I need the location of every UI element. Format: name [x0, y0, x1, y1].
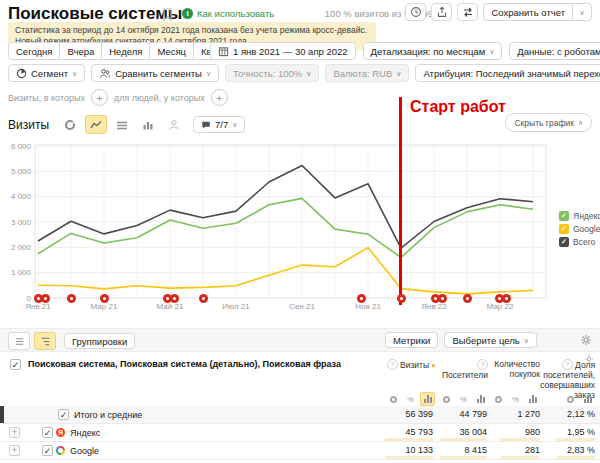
legend-checkbox-total: ✓	[559, 237, 569, 247]
segment-button[interactable]: Сегмент ∨	[8, 64, 85, 82]
svg-text:2 000: 2 000	[11, 243, 32, 252]
comment-marker-icon[interactable]	[199, 294, 208, 303]
row-label: Итого и средние	[74, 410, 142, 420]
metrica-report-page: Поисковые системы i Как использовать 100…	[0, 0, 600, 463]
donut-view-icon[interactable]	[491, 392, 506, 406]
comment-marker-icon[interactable]	[41, 294, 50, 303]
save-report-menu-button[interactable]: ∨	[572, 3, 592, 21]
expand-icon[interactable]: +	[9, 445, 20, 456]
donut-view-icon[interactable]	[563, 392, 578, 406]
bars-view-icon[interactable]	[420, 392, 435, 406]
row-checkbox[interactable]: ✓	[58, 409, 69, 420]
legend-item-yandex[interactable]: ✓ Яндекс	[559, 211, 600, 221]
svg-text:Мар 21: Мар 21	[91, 302, 118, 311]
legend-item-google[interactable]: ✓ Google	[559, 224, 600, 234]
total-row-marker	[0, 406, 4, 423]
compare-arrows-icon[interactable]	[457, 3, 478, 21]
percent-view-icon[interactable]: %	[403, 392, 418, 406]
chart-type-stacked-button[interactable]	[111, 115, 133, 134]
save-report-button[interactable]: Сохранить отчет	[483, 3, 573, 21]
table-row-total[interactable]: ✓ Итого и средние 56 399 44 799 1 270 2,…	[0, 406, 600, 424]
chart-canvas: 01 0002 0003 0004 0005 0006 000Янв 21Мар…	[0, 140, 552, 315]
data-mode-select[interactable]: Данные: с роботами ∨	[509, 42, 600, 60]
chevron-down-icon: ∨	[206, 70, 211, 77]
comment-marker-icon[interactable]	[357, 294, 366, 303]
hide-chart-button[interactable]: Скрыть график ∧	[505, 113, 592, 132]
chart-type-line-button[interactable]	[85, 115, 107, 134]
legend-item-total[interactable]: ✓ Всего	[559, 237, 600, 247]
chart-type-audience-button[interactable]	[163, 115, 185, 134]
value-bar	[385, 456, 433, 459]
metric-view-toggles-visitors: %	[439, 392, 488, 406]
compare-segments-button[interactable]: Сравнить сегменты ∨	[91, 64, 219, 82]
comment-marker-icon[interactable]	[67, 294, 76, 303]
donut-view-icon[interactable]	[386, 392, 401, 406]
row-checkbox[interactable]: ✓	[42, 427, 53, 438]
tab-month[interactable]: Месяц	[149, 42, 194, 60]
svg-text:Май 21: Май 21	[157, 302, 184, 311]
chevron-down-icon: ∨	[232, 121, 237, 128]
percent-view-icon[interactable]: %	[456, 392, 471, 406]
flat-view-toggle[interactable]	[8, 332, 30, 350]
detalization-select[interactable]: Детализация: по месяцам ∨	[363, 42, 503, 60]
value-bar	[556, 456, 595, 459]
date-range-button[interactable]: 1 янв 2021 — 30 апр 2022	[210, 42, 356, 60]
svg-text:Сен 21: Сен 21	[289, 302, 315, 311]
history-icon[interactable]	[405, 3, 426, 21]
dimension-header[interactable]: Поисковая система, Поисковая система (де…	[28, 359, 358, 369]
donut-view-icon[interactable]	[439, 392, 454, 406]
bars-view-icon[interactable]	[580, 392, 595, 406]
chart-type-donut-button[interactable]	[59, 115, 81, 134]
people-icon	[99, 68, 111, 79]
tab-week[interactable]: Неделя	[101, 42, 150, 60]
visits-filter-label: Визиты, в которых	[8, 93, 85, 103]
column-header-visitors[interactable]: ? Посетители	[438, 359, 488, 380]
svg-text:Ноя 21: Ноя 21	[355, 302, 381, 311]
bookmark-icon[interactable]	[162, 8, 173, 21]
groupings-button[interactable]: Группировки	[64, 333, 135, 349]
svg-text:Янв 21: Янв 21	[25, 302, 51, 311]
people-filter-label: для людей, у которых	[114, 93, 205, 103]
select-all-checkbox[interactable]: ✓	[10, 359, 21, 370]
row-checkbox[interactable]: ✓	[42, 445, 53, 456]
chevron-up-icon: ∧	[578, 119, 583, 126]
donut-chart-icon	[64, 119, 76, 131]
comments-button[interactable]: 7/7 ∨	[193, 116, 245, 133]
metrics-button[interactable]: Метрики	[385, 332, 438, 348]
gear-icon[interactable]	[580, 334, 592, 346]
chart-type-columns-button[interactable]	[137, 115, 159, 134]
add-people-filter-button[interactable]: +	[211, 89, 228, 106]
how-to-use-link[interactable]: i Как использовать	[182, 8, 274, 19]
add-visit-filter-button[interactable]: +	[91, 89, 108, 106]
currency-select[interactable]: Валюта: RUB ∨	[325, 64, 409, 82]
export-icon[interactable]	[431, 3, 452, 21]
chart-metric-label: Визиты	[8, 118, 49, 132]
svg-text:6 000: 6 000	[11, 142, 32, 151]
row-label[interactable]: Google	[70, 446, 99, 456]
chart-legend: ✓ Яндекс ✓ Google ✓ Всего	[559, 211, 600, 247]
help-icon: ?	[477, 359, 488, 370]
table-row-google[interactable]: + ✓ Google 10 133 8 415 281 2,83 %	[0, 442, 600, 460]
yandex-favicon: Я	[56, 428, 65, 437]
attribution-select[interactable]: Атрибуция: Последний значимый переход КД…	[415, 64, 600, 82]
accuracy-select[interactable]: Точность: 100% ∨	[225, 64, 319, 82]
bars-view-icon[interactable]	[525, 392, 540, 406]
visits-line-chart[interactable]: 01 0002 0003 0004 0005 0006 000Янв 21Мар…	[0, 140, 552, 315]
comment-marker-icon[interactable]	[100, 294, 109, 303]
tab-today[interactable]: Сегодня	[8, 42, 60, 60]
expand-icon[interactable]: +	[9, 427, 20, 438]
table-row-yandex[interactable]: + ✓ Я Яндекс 45 793 36 004 980 1,95 %	[0, 424, 600, 442]
tree-list-icon	[40, 336, 51, 347]
page-title: Поисковые системы	[8, 4, 182, 24]
cell-purchases: 1 270	[517, 409, 540, 419]
bars-view-icon[interactable]	[473, 392, 488, 406]
row-label[interactable]: Яндекс	[70, 428, 100, 438]
percent-view-icon[interactable]: %	[508, 392, 523, 406]
tree-view-toggle[interactable]	[34, 332, 56, 350]
column-header-visits[interactable]: ? Визиты ▾	[377, 359, 435, 371]
tab-yesterday[interactable]: Вчера	[59, 42, 102, 60]
comment-marker-icon[interactable]	[463, 294, 472, 303]
goal-select-button[interactable]: Выберите цель ∨	[444, 332, 536, 348]
google-favicon	[56, 446, 65, 455]
comment-marker-icon[interactable]	[397, 294, 406, 303]
